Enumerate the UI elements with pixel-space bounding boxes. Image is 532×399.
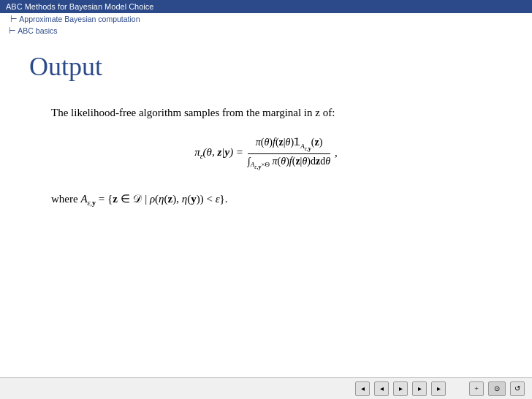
- nav-next-btn1[interactable]: ▸: [393, 381, 408, 396]
- zoom-reset-btn[interactable]: ⊙: [488, 381, 506, 396]
- breadcrumb-item1[interactable]: ⊢ Approximate Bayesian computation: [10, 15, 140, 23]
- bottom-toolbar: ◂ ◂ ▸ ▸ ▸ + ⊙ ↺: [0, 377, 532, 399]
- formula-numerator: π(θ)f(z|θ)𝟙Aε,y(z): [248, 136, 330, 154]
- formula-comma: ,: [335, 147, 338, 159]
- section-heading: Output: [29, 51, 503, 82]
- nav-prev-btn[interactable]: ◂: [374, 381, 389, 396]
- breadcrumb-row1: ⊢ Approximate Bayesian computation: [0, 13, 532, 25]
- formula-fraction: π(θ)f(z|θ)𝟙Aε,y(z) ∫Aε,y×Θ π(θ)f(z|θ)dzd…: [248, 136, 330, 170]
- equation-line: πε(θ, z|y) = π(θ)f(z|θ)𝟙Aε,y(z) ∫Aε,y×Θ …: [29, 136, 503, 170]
- formula-block: πε(θ, z|y) = π(θ)f(z|θ)𝟙Aε,y(z) ∫Aε,y×Θ …: [29, 136, 503, 170]
- nav-forward-btn[interactable]: ▸: [431, 381, 446, 396]
- nav-next-btn2[interactable]: ▸: [412, 381, 427, 396]
- where-definition: where Aε,y = {z ∈ 𝒟 | ρ(η(z), η(y)) < ε}…: [51, 192, 503, 207]
- nav-bar: ABC Methods for Bayesian Model Choice: [0, 0, 532, 13]
- zoom-out-btn[interactable]: ↺: [510, 381, 525, 396]
- intro-paragraph: The likelihood-free algorithm samples fr…: [51, 104, 503, 121]
- nav-back-btn[interactable]: ◂: [355, 381, 370, 396]
- main-content: Output The likelihood-free algorithm sam…: [0, 37, 532, 221]
- breadcrumb-row2: ⊢ ABC basics: [0, 25, 532, 37]
- formula-lhs: πε(θ, z|y) =: [194, 146, 243, 160]
- zoom-in-btn[interactable]: +: [469, 381, 484, 396]
- nav-title: ABC Methods for Bayesian Model Choice: [6, 2, 153, 11]
- formula-denominator: ∫Aε,y×Θ π(θ)f(z|θ)dzdθ: [248, 154, 330, 171]
- breadcrumb-item2[interactable]: ⊢ ABC basics: [9, 26, 58, 35]
